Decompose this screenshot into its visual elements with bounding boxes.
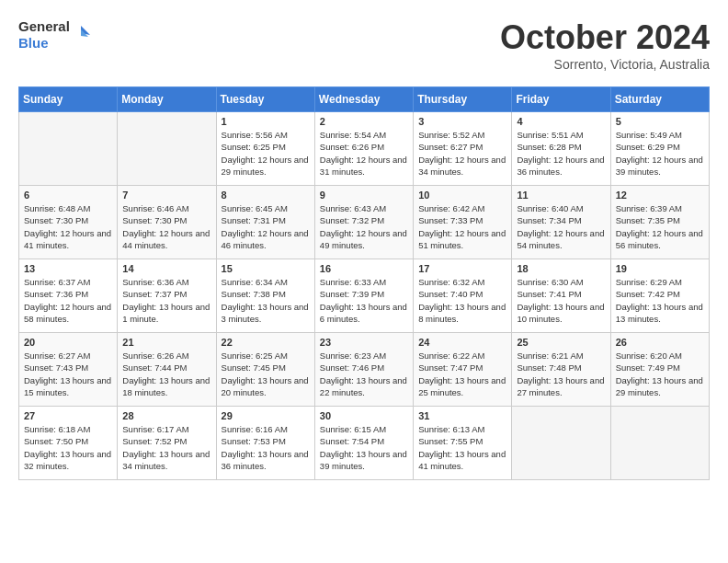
day-number: 14 <box>122 263 210 274</box>
day-number: 26 <box>616 337 704 348</box>
day-info: Sunrise: 5:52 AMSunset: 6:27 PMDaylight:… <box>418 129 506 178</box>
day-info: Sunrise: 6:25 AMSunset: 7:45 PMDaylight:… <box>222 350 310 398</box>
calendar-week-row: 27Sunrise: 6:18 AMSunset: 7:50 PMDayligh… <box>19 407 710 480</box>
calendar-cell: 18Sunrise: 6:30 AMSunset: 7:41 PMDayligh… <box>512 259 610 333</box>
weekday-header: Sunday <box>19 87 118 112</box>
day-number: 11 <box>517 190 605 201</box>
calendar-cell: 2Sunrise: 5:54 AMSunset: 6:26 PMDaylight… <box>314 112 413 186</box>
calendar-cell: 25Sunrise: 6:21 AMSunset: 7:48 PMDayligh… <box>512 333 610 407</box>
day-info: Sunrise: 6:34 AMSunset: 7:38 PMDaylight:… <box>222 276 310 325</box>
day-number: 23 <box>320 337 408 348</box>
day-number: 25 <box>517 337 605 348</box>
calendar-cell: 29Sunrise: 6:16 AMSunset: 7:53 PMDayligh… <box>216 407 314 480</box>
calendar-cell: 11Sunrise: 6:40 AMSunset: 7:34 PMDayligh… <box>512 186 610 259</box>
calendar-cell: 23Sunrise: 6:23 AMSunset: 7:46 PMDayligh… <box>314 333 413 407</box>
calendar-cell <box>512 407 610 480</box>
day-info: Sunrise: 6:29 AMSunset: 7:42 PMDaylight:… <box>616 276 704 325</box>
day-number: 13 <box>24 263 112 274</box>
calendar-cell: 1Sunrise: 5:56 AMSunset: 6:25 PMDaylight… <box>216 112 314 186</box>
calendar-cell: 20Sunrise: 6:27 AMSunset: 7:43 PMDayligh… <box>19 333 118 407</box>
day-number: 3 <box>418 116 506 127</box>
day-info: Sunrise: 6:18 AMSunset: 7:50 PMDaylight:… <box>24 423 112 472</box>
calendar-cell: 26Sunrise: 6:20 AMSunset: 7:49 PMDayligh… <box>610 333 709 407</box>
weekday-header: Thursday <box>414 87 512 112</box>
calendar-week-row: 6Sunrise: 6:48 AMSunset: 7:30 PMDaylight… <box>19 186 710 259</box>
calendar-cell: 5Sunrise: 5:49 AMSunset: 6:29 PMDaylight… <box>610 112 709 186</box>
calendar-cell: 12Sunrise: 6:39 AMSunset: 7:35 PMDayligh… <box>610 186 709 259</box>
day-number: 29 <box>222 410 310 421</box>
day-number: 10 <box>418 190 506 201</box>
month-title: October 2024 <box>500 18 710 57</box>
day-number: 2 <box>320 116 408 127</box>
location-subtitle: Sorrento, Victoria, Australia <box>500 57 710 72</box>
day-info: Sunrise: 6:40 AMSunset: 7:34 PMDaylight:… <box>517 202 605 251</box>
day-number: 9 <box>320 190 408 201</box>
day-info: Sunrise: 6:13 AMSunset: 7:55 PMDaylight:… <box>418 423 506 472</box>
day-number: 21 <box>122 337 210 348</box>
day-info: Sunrise: 6:39 AMSunset: 7:35 PMDaylight:… <box>616 202 704 251</box>
calendar-cell: 28Sunrise: 6:17 AMSunset: 7:52 PMDayligh… <box>118 407 216 480</box>
day-number: 6 <box>24 190 112 201</box>
calendar-cell <box>19 112 118 186</box>
calendar-week-row: 20Sunrise: 6:27 AMSunset: 7:43 PMDayligh… <box>19 333 710 407</box>
day-number: 4 <box>517 116 605 127</box>
day-info: Sunrise: 6:32 AMSunset: 7:40 PMDaylight:… <box>418 276 506 325</box>
day-info: Sunrise: 6:26 AMSunset: 7:44 PMDaylight:… <box>122 350 210 398</box>
page-header: General Blue October 2024 Sorrento, Vict… <box>18 18 710 72</box>
day-info: Sunrise: 6:48 AMSunset: 7:30 PMDaylight:… <box>24 202 112 251</box>
day-info: Sunrise: 6:36 AMSunset: 7:37 PMDaylight:… <box>122 276 210 325</box>
day-info: Sunrise: 6:17 AMSunset: 7:52 PMDaylight:… <box>122 423 210 472</box>
calendar-cell: 22Sunrise: 6:25 AMSunset: 7:45 PMDayligh… <box>216 333 314 407</box>
calendar-cell: 8Sunrise: 6:45 AMSunset: 7:31 PMDaylight… <box>216 186 314 259</box>
day-number: 18 <box>517 263 605 274</box>
day-number: 15 <box>222 263 310 274</box>
calendar-cell: 9Sunrise: 6:43 AMSunset: 7:32 PMDaylight… <box>314 186 413 259</box>
logo: General Blue <box>18 18 90 52</box>
day-number: 1 <box>222 116 310 127</box>
calendar-cell: 14Sunrise: 6:36 AMSunset: 7:37 PMDayligh… <box>118 259 216 333</box>
day-info: Sunrise: 6:20 AMSunset: 7:49 PMDaylight:… <box>616 350 704 398</box>
calendar-cell: 31Sunrise: 6:13 AMSunset: 7:55 PMDayligh… <box>414 407 512 480</box>
day-number: 19 <box>616 263 704 274</box>
day-info: Sunrise: 6:27 AMSunset: 7:43 PMDaylight:… <box>24 350 112 398</box>
calendar-cell <box>118 112 216 186</box>
title-block: October 2024 Sorrento, Victoria, Austral… <box>500 18 710 72</box>
calendar-cell: 15Sunrise: 6:34 AMSunset: 7:38 PMDayligh… <box>216 259 314 333</box>
calendar-cell: 17Sunrise: 6:32 AMSunset: 7:40 PMDayligh… <box>414 259 512 333</box>
day-info: Sunrise: 6:21 AMSunset: 7:48 PMDaylight:… <box>517 350 605 398</box>
calendar-week-row: 13Sunrise: 6:37 AMSunset: 7:36 PMDayligh… <box>19 259 710 333</box>
day-number: 16 <box>320 263 408 274</box>
day-info: Sunrise: 6:16 AMSunset: 7:53 PMDaylight:… <box>222 423 310 472</box>
weekday-header: Wednesday <box>314 87 413 112</box>
day-number: 27 <box>24 410 112 421</box>
calendar-cell: 30Sunrise: 6:15 AMSunset: 7:54 PMDayligh… <box>314 407 413 480</box>
calendar-cell: 4Sunrise: 5:51 AMSunset: 6:28 PMDaylight… <box>512 112 610 186</box>
day-number: 31 <box>418 410 506 421</box>
calendar-cell: 27Sunrise: 6:18 AMSunset: 7:50 PMDayligh… <box>19 407 118 480</box>
day-info: Sunrise: 6:22 AMSunset: 7:47 PMDaylight:… <box>418 350 506 398</box>
weekday-header: Friday <box>512 87 610 112</box>
day-info: Sunrise: 6:23 AMSunset: 7:46 PMDaylight:… <box>320 350 408 398</box>
calendar-cell: 6Sunrise: 6:48 AMSunset: 7:30 PMDaylight… <box>19 186 118 259</box>
day-info: Sunrise: 6:33 AMSunset: 7:39 PMDaylight:… <box>320 276 408 325</box>
weekday-header: Monday <box>118 87 216 112</box>
calendar-cell: 13Sunrise: 6:37 AMSunset: 7:36 PMDayligh… <box>19 259 118 333</box>
day-number: 24 <box>418 337 506 348</box>
day-number: 20 <box>24 337 112 348</box>
calendar-cell: 24Sunrise: 6:22 AMSunset: 7:47 PMDayligh… <box>414 333 512 407</box>
day-info: Sunrise: 6:37 AMSunset: 7:36 PMDaylight:… <box>24 276 112 325</box>
calendar-table: SundayMondayTuesdayWednesdayThursdayFrid… <box>18 86 710 480</box>
calendar-cell: 3Sunrise: 5:52 AMSunset: 6:27 PMDaylight… <box>414 112 512 186</box>
weekday-header: Tuesday <box>216 87 314 112</box>
calendar-cell: 16Sunrise: 6:33 AMSunset: 7:39 PMDayligh… <box>314 259 413 333</box>
calendar-cell <box>610 407 709 480</box>
calendar-cell: 21Sunrise: 6:26 AMSunset: 7:44 PMDayligh… <box>118 333 216 407</box>
day-info: Sunrise: 5:49 AMSunset: 6:29 PMDaylight:… <box>616 129 704 178</box>
day-number: 8 <box>222 190 310 201</box>
day-number: 7 <box>122 190 210 201</box>
day-info: Sunrise: 5:51 AMSunset: 6:28 PMDaylight:… <box>517 129 605 178</box>
day-number: 30 <box>320 410 408 421</box>
day-number: 22 <box>222 337 310 348</box>
day-number: 12 <box>616 190 704 201</box>
day-info: Sunrise: 6:15 AMSunset: 7:54 PMDaylight:… <box>320 423 408 472</box>
